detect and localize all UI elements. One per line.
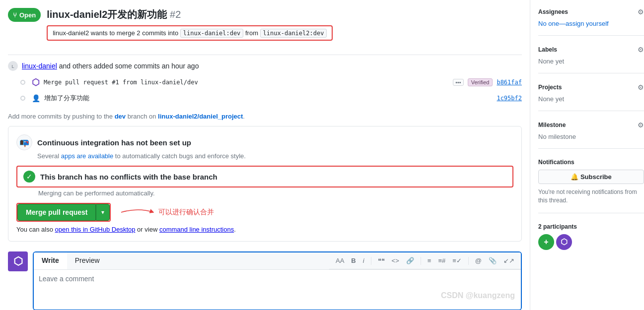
- merge-info-prefix: linux-daniel2 wants to merge 2 commits i…: [53, 29, 178, 37]
- merge-dropdown-button[interactable]: ▾: [96, 204, 110, 221]
- sidebar-projects: Projects ⚙ None yet: [538, 83, 644, 111]
- merge-info-box: linux-daniel2 wants to merge 2 commits i…: [47, 25, 333, 41]
- milestone-title: Milestone: [538, 122, 566, 128]
- assignees-link[interactable]: No one—assign yourself: [538, 20, 609, 27]
- commit-dot-2: [20, 96, 25, 101]
- assignees-gear-icon[interactable]: ⚙: [638, 8, 644, 16]
- notifications-title: Notifications: [538, 159, 574, 166]
- commit-hash-1[interactable]: b861faf: [497, 79, 522, 86]
- toolbar-sep-2: [421, 257, 421, 265]
- milestone-value: No milestone: [538, 133, 644, 140]
- dev-branch-prefix: Add more commits by pushing to the: [8, 113, 113, 120]
- notification-note: You're not receiving notifications from …: [538, 188, 644, 205]
- comment-tabs: Write Preview AA B i ❝❝ <> 🔗 ≡: [34, 252, 521, 270]
- participant-purple-icon: ⬡: [561, 237, 568, 247]
- commit-dot: [20, 80, 25, 85]
- toolbar-aa[interactable]: AA: [334, 256, 346, 265]
- commit-message-1: Merge pull request #1 from linux-daniel/…: [44, 79, 449, 86]
- comment-avatar-char: ⬡: [13, 255, 23, 268]
- merge-note-suffix: .: [234, 226, 236, 233]
- ci-subtitle-prefix: Several: [37, 152, 59, 160]
- dev-repo-name: linux-daniel2/daniel_project: [158, 113, 243, 120]
- sidebar-participants: 2 participants + ⬡: [538, 223, 644, 250]
- commit-item: ⬡ Merge pull request #1 from linux-danie…: [18, 75, 522, 90]
- toolbar-link[interactable]: 🔗: [405, 256, 416, 265]
- labels-title: Labels: [538, 46, 557, 53]
- sidebar-milestone: Milestone ⚙ No milestone: [538, 121, 644, 149]
- comment-avatar: ⬡: [8, 251, 28, 271]
- merge-from-text: from: [245, 29, 258, 37]
- commit-icon-gray: 👤: [32, 94, 40, 102]
- comment-box: Write Preview AA B i ❝❝ <> 🔗 ≡: [33, 251, 522, 310]
- toolbar-bold[interactable]: B: [350, 256, 357, 265]
- participant-avatar-green[interactable]: +: [538, 234, 554, 250]
- projects-title: Projects: [538, 84, 562, 91]
- svg-text:L: L: [11, 64, 14, 69]
- ci-title: Continuous integration has not been set …: [37, 138, 191, 147]
- toolbar-list-ol[interactable]: ≡#: [436, 256, 447, 265]
- dev-branch-link[interactable]: dev: [115, 113, 128, 120]
- dev-branch-note: Add more commits by pushing to the dev b…: [8, 113, 522, 120]
- no-conflicts-title: This branch has no conflicts with the ba…: [40, 173, 217, 181]
- subscribe-button[interactable]: 🔔 Subscribe: [538, 170, 644, 184]
- commit-dots-button[interactable]: •••: [453, 79, 464, 86]
- assignees-value: No one—assign yourself: [538, 20, 644, 27]
- verified-badge: Verified: [468, 78, 493, 86]
- dev-branch-suffix: branch on: [128, 113, 156, 120]
- ci-apps-link[interactable]: apps are available: [61, 152, 114, 160]
- comment-placeholder: Leave a comment: [39, 275, 94, 283]
- toolbar-italic[interactable]: i: [361, 256, 366, 265]
- commits-suffix: and others added some commits an hour ag…: [57, 62, 199, 70]
- merge-auto-text: Merging can be performed automatically.: [38, 189, 513, 197]
- merge-note-middle: or view: [137, 226, 157, 233]
- participants-avatars: + ⬡: [538, 234, 644, 250]
- commit-avatar: L: [8, 61, 18, 71]
- toolbar-attach[interactable]: 📎: [487, 256, 498, 265]
- commit-item: 👤 增加了分享功能 1c95bf2: [18, 92, 522, 105]
- comment-section: ⬡ Write Preview AA B i ❝❝: [8, 251, 522, 310]
- merge-note-prefix: You can also: [16, 226, 53, 233]
- commit-icon-purple: ⬡: [32, 77, 40, 88]
- command-line-link[interactable]: command line instructions: [159, 226, 234, 233]
- merge-note: You can also open this in GitHub Desktop…: [16, 226, 513, 233]
- toolbar-reference[interactable]: ↙↗: [502, 256, 516, 265]
- annotation-arrow-svg: [119, 205, 158, 220]
- check-circle-icon: ✓: [23, 171, 35, 183]
- github-desktop-link[interactable]: open this in GitHub Desktop: [55, 226, 136, 233]
- comment-toolbar: AA B i ❝❝ <> 🔗 ≡ ≡# ≡✓ @: [329, 252, 521, 269]
- toolbar-list-task[interactable]: ≡✓: [451, 256, 463, 265]
- labels-gear-icon[interactable]: ⚙: [638, 46, 644, 54]
- toolbar-list-ul[interactable]: ≡: [426, 256, 433, 265]
- github-desktop-text: open this in GitHub Desktop: [55, 226, 136, 233]
- projects-value: None yet: [538, 95, 644, 103]
- tab-write[interactable]: Write: [34, 252, 67, 269]
- toolbar-mention[interactable]: @: [474, 256, 483, 265]
- labels-value: None yet: [538, 58, 644, 65]
- pr-number: #2: [170, 9, 181, 20]
- annotation-text: 可以进行确认合并: [158, 208, 214, 217]
- merge-pull-request-button[interactable]: Merge pull request: [17, 204, 96, 221]
- participants-title: 2 participants: [538, 223, 644, 230]
- dev-repo-link[interactable]: linux-daniel2/daniel_project: [158, 113, 243, 120]
- open-badge-label: Open: [19, 11, 36, 19]
- comment-input-area[interactable]: Leave a comment: [34, 270, 521, 310]
- merge-source-branch: linux-daniel2:dev: [260, 29, 327, 38]
- open-badge-icon: ⑂: [13, 11, 17, 19]
- ci-section: 📭 Continuous integration has not been se…: [8, 126, 522, 242]
- annotation-area: 可以进行确认合并: [119, 205, 214, 220]
- commits-section: L linux-daniel and others added some com…: [8, 55, 522, 105]
- ci-icon: 📭: [16, 134, 32, 150]
- ci-apps-link-text: apps are available: [61, 152, 114, 160]
- committer-link[interactable]: linux-daniel: [22, 62, 57, 70]
- projects-gear-icon[interactable]: ⚙: [638, 83, 644, 91]
- ci-subtitle-suffix: to automatically catch bugs and enforce …: [115, 152, 246, 160]
- pr-title: linux-daniel2开发的新功能: [47, 9, 167, 20]
- commit-hash-2[interactable]: 1c95bf2: [497, 95, 522, 102]
- sidebar-labels: Labels ⚙ None yet: [538, 46, 644, 73]
- participant-avatar-purple[interactable]: ⬡: [556, 234, 572, 250]
- milestone-gear-icon[interactable]: ⚙: [638, 121, 644, 129]
- open-badge: ⑂ Open: [8, 8, 41, 22]
- tab-preview[interactable]: Preview: [67, 252, 108, 269]
- toolbar-quote[interactable]: ❝❝: [376, 256, 386, 265]
- toolbar-code[interactable]: <>: [390, 256, 401, 265]
